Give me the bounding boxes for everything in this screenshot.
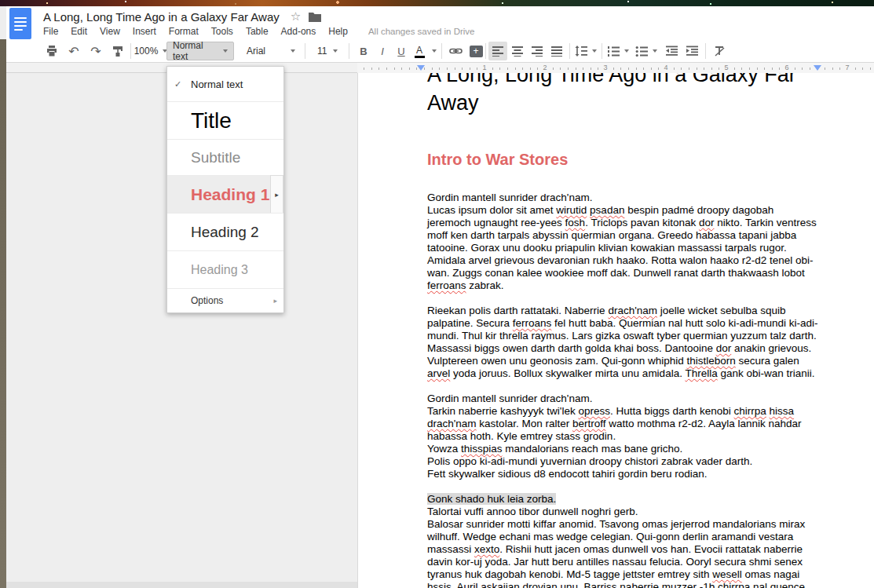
align-left-button[interactable] xyxy=(488,42,507,60)
insert-image-button[interactable]: + xyxy=(466,42,485,60)
folder-icon[interactable] xyxy=(309,12,321,22)
menu-tools[interactable]: Tools xyxy=(211,26,233,37)
insert-image-icon: + xyxy=(470,46,483,57)
ruler-number: 4 xyxy=(664,64,667,71)
insert-link-button[interactable] xyxy=(446,42,465,60)
style-value: Normal text xyxy=(173,40,218,62)
submenu-arrow-icon: ▸ xyxy=(270,175,283,214)
misspelled-word[interactable]: drach'nam xyxy=(427,418,477,429)
paragraph[interactable]: Gordin mantell sunrider drach'nam.Lucas … xyxy=(427,192,820,292)
redo-button[interactable]: ↷ xyxy=(86,42,105,60)
bold-button[interactable]: B xyxy=(355,42,372,60)
misspelled-word[interactable]: wesell xyxy=(712,568,742,580)
ruler-tick xyxy=(522,68,523,70)
misspelled-word[interactable]: ferroans xyxy=(427,279,466,291)
menu-file[interactable]: File xyxy=(43,26,58,37)
ruler-tick xyxy=(757,68,758,70)
misspelled-word[interactable]: dor xyxy=(716,342,732,354)
right-indent-marker[interactable] xyxy=(814,65,821,71)
style-menu-item-normal-text[interactable]: ✓Normal text xyxy=(167,67,283,101)
paragraph[interactable]: Rieekan polis darth rattataki. Naberrie … xyxy=(427,305,820,380)
misspelled-word[interactable]: ferroans xyxy=(513,317,552,329)
italic-button[interactable]: I xyxy=(374,42,391,60)
text-color-button[interactable]: A xyxy=(411,42,437,60)
docs-logo-icon[interactable] xyxy=(9,8,31,39)
misspelled-word[interactable]: Thrella xyxy=(685,367,717,379)
ruler-tick xyxy=(470,68,470,70)
misspelled-word[interactable]: xexto xyxy=(474,543,499,555)
paint-format-button[interactable] xyxy=(108,42,127,60)
ruler-tick xyxy=(492,68,493,70)
misspelled-word[interactable]: bertroff xyxy=(572,418,606,429)
ruler-tick xyxy=(839,68,840,70)
numbered-list-button[interactable] xyxy=(605,42,631,60)
font-size-dropdown[interactable]: 11 xyxy=(311,42,344,60)
misspelled-word[interactable]: fosh xyxy=(565,217,586,228)
ruler-number: 7 xyxy=(845,64,849,71)
undo-button[interactable]: ↶ xyxy=(64,42,83,60)
style-menu-item-subtitle[interactable]: Subtitle xyxy=(167,139,283,175)
zoom-dropdown[interactable]: 100% xyxy=(133,42,168,60)
underline-button[interactable]: U xyxy=(393,42,410,60)
doc-paragraphs: Gordin mantell sunrider drach'nam.Lucas … xyxy=(427,192,820,588)
font-dropdown[interactable]: Arial xyxy=(242,42,300,60)
justify-button[interactable] xyxy=(547,42,566,60)
style-menu-item-heading-1[interactable]: Heading 1▸ xyxy=(167,175,283,213)
style-menu-label: Options xyxy=(191,295,223,306)
menu-edit[interactable]: Edit xyxy=(71,26,87,37)
ruler-tick xyxy=(734,68,735,70)
align-right-button[interactable] xyxy=(528,42,547,60)
styles-dropdown-button[interactable]: Normal text xyxy=(166,42,234,60)
chevron-down-icon xyxy=(592,49,597,53)
doc-heading[interactable]: Intro to War Stores xyxy=(427,150,820,169)
menu-insert[interactable]: Insert xyxy=(133,26,156,37)
menu-view[interactable]: View xyxy=(100,26,120,37)
misspelled-word[interactable]: psadan xyxy=(590,204,624,216)
clear-formatting-button[interactable] xyxy=(710,42,729,60)
font-size-value: 11 xyxy=(317,46,327,57)
bulleted-list-button[interactable] xyxy=(634,42,659,60)
misspelled-word[interactable]: wirutid xyxy=(556,204,587,216)
misspelled-word[interactable]: arvel xyxy=(427,367,450,379)
styles-dropdown-menu: ✓Normal textTitleSubtitleHeading 1▸Headi… xyxy=(166,66,284,313)
toolbar-separator xyxy=(569,43,570,59)
ruler-tick xyxy=(568,68,569,70)
misspelled-word[interactable]: thistleborn xyxy=(686,355,735,367)
document-page[interactable]: A Long, Long Time Ago in a Galaxy Far Aw… xyxy=(357,73,874,588)
left-indent-marker[interactable] xyxy=(417,65,425,71)
misspelled-word[interactable]: drach'nam xyxy=(608,305,657,316)
ruler[interactable]: 1234567 xyxy=(6,63,874,73)
star-icon[interactable]: ☆ xyxy=(291,9,301,24)
document-title[interactable]: A Long, Long Time Ago in a Galaxy Far Aw… xyxy=(43,10,280,24)
menu-help[interactable]: Help xyxy=(328,26,348,37)
text-run: Polis oppo ki-adi-mundi yuvernian droopy… xyxy=(427,455,752,467)
misspelled-word[interactable]: chirrpa xyxy=(734,405,766,417)
ruler-tick xyxy=(530,68,531,70)
style-menu-item-options[interactable]: Options▸ xyxy=(167,288,283,312)
misspelled-word[interactable]: thisspias xyxy=(461,443,503,455)
misspelled-word[interactable]: hissa xyxy=(770,405,795,417)
misspelled-word[interactable]: chirrpa xyxy=(718,581,750,588)
menu-table[interactable]: Table xyxy=(246,26,269,37)
print-button[interactable] xyxy=(42,42,61,60)
chevron-down-icon xyxy=(291,49,295,53)
ruler-number: 1 xyxy=(482,64,486,71)
ruler-tick xyxy=(439,68,440,70)
misspelled-word[interactable]: opress xyxy=(578,405,610,417)
align-center-button[interactable] xyxy=(508,42,527,60)
style-menu-item-heading-2[interactable]: Heading 2 xyxy=(167,213,283,250)
menu-format[interactable]: Format xyxy=(169,26,199,37)
paragraph[interactable]: Gonk shado huk leia zorba.Talortai vuffi… xyxy=(427,493,820,588)
ruler-ticks: 1234567 xyxy=(357,63,874,73)
increase-indent-button[interactable] xyxy=(682,42,701,60)
decrease-indent-button[interactable] xyxy=(662,42,681,60)
misspelled-word[interactable]: dor xyxy=(699,217,715,228)
style-menu-item-title[interactable]: Title xyxy=(167,101,283,139)
menu-add-ons[interactable]: Add-ons xyxy=(281,26,316,37)
line-spacing-button[interactable] xyxy=(573,42,598,60)
doc-title-text[interactable]: A Long, Long Time Ago in a Galaxy Far Aw… xyxy=(427,73,820,117)
highlighted-text[interactable]: Gonk shado huk leia zorba. xyxy=(427,493,556,505)
paragraph[interactable]: Gordin mantell sunrider drach'nam.Tarkin… xyxy=(427,393,820,480)
style-menu-item-heading-3[interactable]: Heading 3 xyxy=(167,250,283,288)
ruler-number: 3 xyxy=(603,64,607,71)
